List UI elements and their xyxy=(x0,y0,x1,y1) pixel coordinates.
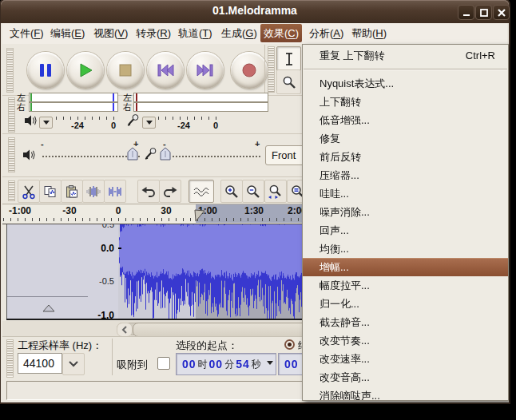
effects-menu-item-equalization[interactable]: 均衡... xyxy=(303,240,508,258)
skip-to-start-icon xyxy=(156,61,175,79)
transport-toolbar-grip[interactable] xyxy=(6,48,14,93)
pause-button[interactable] xyxy=(27,52,64,89)
paste-button[interactable] xyxy=(61,180,83,203)
menubar-item-analyze[interactable]: 分析(A) xyxy=(306,24,347,42)
effects-menu-item-invert[interactable]: 上下翻转 xyxy=(303,93,508,111)
effects-menu-item-echo[interactable]: 回声... xyxy=(303,221,508,240)
track-collapse-button[interactable] xyxy=(7,296,88,319)
effects-menu-item-repeat-last[interactable]: 重复 上下翻转 Ctrl+R xyxy=(303,46,508,65)
selection-tool-button[interactable] xyxy=(276,46,301,71)
playhead-pointer-icon[interactable] xyxy=(194,209,206,222)
record-button[interactable] xyxy=(231,52,268,89)
meter-peak-hold-line xyxy=(113,103,114,111)
maximize-button[interactable] xyxy=(475,5,492,20)
effects-menu-item-wahwah[interactable]: 哇哇... xyxy=(303,184,508,203)
input-meter-right-bar[interactable] xyxy=(133,102,268,112)
effects-menu-item-change-speed[interactable]: 改变速率... xyxy=(303,350,508,368)
effects-menu-item-leveller[interactable]: 幅度拉平... xyxy=(303,276,508,295)
timefield-dropdown-icon[interactable] xyxy=(267,361,273,368)
edit-toolbar-grip[interactable] xyxy=(8,180,15,201)
meter-start-tick xyxy=(30,93,32,101)
play-button[interactable] xyxy=(67,52,104,89)
input-volume-slider-track[interactable] xyxy=(173,156,260,157)
time-minutes[interactable]: 00 xyxy=(209,358,224,370)
menubar-item-transcribe[interactable]: 转录(R) xyxy=(133,24,174,42)
effects-menu-item-change-tempo[interactable]: 改变节奏... xyxy=(303,331,508,350)
effects-menu-item-repair[interactable]: 修复 xyxy=(303,129,508,148)
effects-menu-item-bass-boost[interactable]: 低音增强... xyxy=(303,111,508,129)
titlebar[interactable]: 01.Melodramma xyxy=(1,0,509,23)
selection-toolbar-grip[interactable] xyxy=(6,339,14,378)
track-vertical-ruler[interactable]: 0.5 0.0 -0.5 -1.0 xyxy=(88,224,119,319)
effects-menu-item-truncate-silence[interactable]: 截去静音... xyxy=(303,313,508,331)
input-volume-slider-thumb[interactable] xyxy=(160,147,171,160)
close-button[interactable] xyxy=(493,5,510,20)
project-rate-value[interactable]: 44100 xyxy=(18,353,62,374)
stop-button[interactable] xyxy=(107,52,144,89)
input-meter-dropdown[interactable] xyxy=(142,117,156,129)
magnifier-icon xyxy=(282,75,296,89)
menubar-item-file[interactable]: 文件(F) xyxy=(6,24,47,42)
menubar-item-effect[interactable]: 效果(C) xyxy=(260,24,302,42)
copy-button[interactable] xyxy=(39,180,62,203)
timeline-label: -30 xyxy=(62,205,76,216)
effects-menu-item-normalize[interactable]: 归一化... xyxy=(303,295,508,313)
time-hours[interactable]: 00 xyxy=(284,358,299,370)
effects-menu-item-compressor[interactable]: 压缩器... xyxy=(303,166,508,184)
minimize-button[interactable] xyxy=(458,5,474,20)
output-meter-scale-zero: 0 xyxy=(111,121,116,130)
menubar-item-view[interactable]: 视图(V) xyxy=(90,24,131,42)
copy-icon xyxy=(42,184,58,200)
menubar-item-edit[interactable]: 编辑(E) xyxy=(47,24,88,42)
silence-audio-button[interactable] xyxy=(104,180,126,203)
skip-to-start-button[interactable] xyxy=(147,52,184,89)
effects-menu-item-reverse[interactable]: 前后反转 xyxy=(303,148,508,166)
undo-button[interactable] xyxy=(137,180,160,203)
waveform-canvas[interactable] xyxy=(118,224,302,319)
input-meter-left-label: 左 xyxy=(123,93,132,102)
output-meter-right-bar[interactable] xyxy=(29,102,118,112)
vruler-label: 0.0 xyxy=(101,243,114,254)
zoom-tool-button[interactable] xyxy=(276,69,301,94)
time-hours[interactable]: 00 xyxy=(182,358,196,370)
skip-to-end-icon xyxy=(196,61,215,79)
menubar-item-tracks[interactable]: 轨道(T) xyxy=(175,24,216,42)
output-meter-dropdown[interactable] xyxy=(39,117,53,129)
zoom-out-button[interactable] xyxy=(242,180,264,203)
h-scrollbar-left-button[interactable] xyxy=(117,323,133,337)
tools-toolbar-grip[interactable] xyxy=(268,46,275,93)
selection-start-timefield[interactable]: 00 时 00 分 54 秒 xyxy=(176,353,276,375)
effects-menu-item-amplify[interactable]: 增幅... xyxy=(303,258,508,276)
mixer-toolbar-grip[interactable] xyxy=(8,137,15,172)
record-icon xyxy=(240,61,258,79)
snap-to-checkbox[interactable] xyxy=(157,357,170,370)
meter-toolbar-grip[interactable] xyxy=(8,97,15,133)
speaker-icon xyxy=(22,149,36,161)
input-meter-left-bar[interactable] xyxy=(133,93,268,102)
microphone-icon xyxy=(144,147,157,160)
output-volume-slider-track[interactable] xyxy=(42,156,140,157)
menubar-item-help[interactable]: 帮助(H) xyxy=(348,24,390,42)
input-meter-scale-zero: 0 xyxy=(213,121,218,130)
fit-selection-icon xyxy=(268,184,284,200)
sync-lock-tracks-button[interactable] xyxy=(189,180,214,203)
redo-button[interactable] xyxy=(159,180,181,203)
effects-menu-item-change-pitch[interactable]: 改变音高... xyxy=(303,368,508,386)
time-seconds[interactable]: 54 xyxy=(236,358,250,370)
fit-selection-button[interactable] xyxy=(264,180,287,203)
effects-menu-item-nyquist-prompt[interactable]: Nyquist表达式... xyxy=(303,74,508,93)
zoom-in-button[interactable] xyxy=(220,180,243,203)
effects-menu-popup: 重复 上下翻转 Ctrl+R Nyquist表达式... 上下翻转 低音增强..… xyxy=(302,44,509,401)
project-rate-dropdown-button[interactable] xyxy=(62,353,85,375)
window-title: 01.Melodramma xyxy=(1,4,509,17)
output-volume-slider-thumb[interactable] xyxy=(127,147,138,160)
effects-menu-item-click-removal[interactable]: 消除嘀哒声... xyxy=(303,386,508,401)
output-meter-left-bar[interactable] xyxy=(29,93,118,102)
cut-button[interactable] xyxy=(18,180,40,203)
menubar-item-generate[interactable]: 生成(G) xyxy=(218,24,260,42)
meter-start-tick xyxy=(136,93,137,101)
selection-end-radio[interactable] xyxy=(284,339,295,350)
skip-to-end-button[interactable] xyxy=(187,52,224,89)
trim-audio-button[interactable] xyxy=(82,180,105,203)
effects-menu-item-noise-removal[interactable]: 噪声消除... xyxy=(303,203,508,221)
